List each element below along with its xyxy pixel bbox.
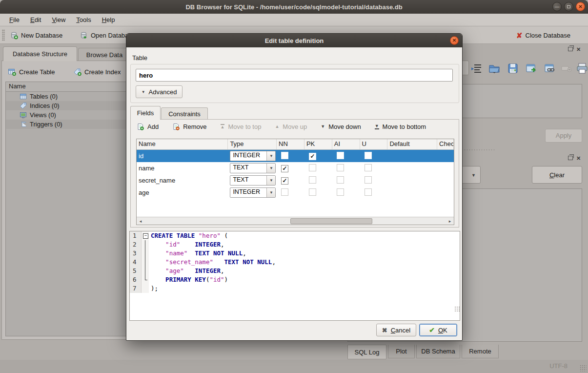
pk-checkbox[interactable]: ✓ [309, 153, 316, 160]
scrollbar-thumb[interactable] [290, 218, 372, 224]
tab-sql-log[interactable]: SQL Log [347, 345, 386, 359]
chevron-down-icon: ▼ [266, 164, 275, 173]
resize-grip[interactable] [580, 365, 587, 372]
create-table-button[interactable]: Create Table [8, 65, 55, 78]
tab-database-structure[interactable]: Database Structure [3, 46, 77, 61]
ai-checkbox[interactable] [337, 176, 344, 184]
field-row-age[interactable]: age INTEGER▼ [137, 186, 454, 199]
link-cell-icon[interactable] [544, 62, 556, 75]
add-field-button[interactable]: Add [137, 123, 159, 130]
maximize-button[interactable] [564, 2, 573, 11]
ai-checkbox[interactable] [337, 188, 344, 196]
fold-marker[interactable] [142, 267, 149, 275]
remove-field-button[interactable]: Remove [172, 123, 206, 130]
tree-item-label: Tables (0) [30, 93, 58, 100]
nn-checkbox[interactable]: ✓ [281, 165, 288, 172]
column-header-name[interactable]: Name [137, 139, 228, 149]
menu-file[interactable]: File [5, 15, 24, 25]
type-dropdown[interactable]: INTEGER▼ [230, 187, 276, 198]
tab-constraints[interactable]: Constraints [161, 107, 208, 120]
nn-checkbox[interactable] [281, 188, 288, 196]
fold-marker[interactable] [142, 249, 149, 258]
fold-marker[interactable] [142, 284, 149, 293]
print-icon[interactable] [576, 62, 588, 75]
field-name[interactable]: id [137, 152, 228, 160]
type-dropdown[interactable]: INTEGER▼ [230, 151, 276, 161]
pk-checkbox[interactable] [309, 164, 316, 171]
clear-log-button[interactable]: Clear [532, 166, 582, 184]
nn-checkbox[interactable]: ✓ [281, 177, 288, 185]
encoding-indicator[interactable]: UTF-8 [549, 362, 568, 370]
menu-tools[interactable]: Tools [72, 15, 95, 25]
u-checkbox[interactable] [365, 164, 372, 171]
sql-preview-editor[interactable]: 1CREATE TABLE "hero" (2 "id" INTEGER,3 "… [129, 231, 460, 321]
pk-checkbox[interactable] [309, 176, 316, 184]
menu-view[interactable]: View [47, 15, 70, 25]
u-checkbox[interactable] [365, 152, 372, 159]
fold-marker[interactable] [142, 240, 149, 249]
cancel-button[interactable]: ✖ Cancel [376, 324, 416, 336]
export-save-icon[interactable] [507, 62, 519, 75]
field-row-id[interactable]: id INTEGER▼ ✓ [137, 150, 454, 162]
fold-marker[interactable] [142, 231, 149, 240]
toolbar-drag-handle[interactable] [2, 29, 5, 41]
type-dropdown[interactable]: TEXT▼ [230, 175, 276, 186]
u-checkbox[interactable] [365, 176, 372, 184]
ok-button[interactable]: ✔ OK [419, 324, 457, 336]
column-header-nn[interactable]: NN [277, 139, 304, 149]
nn-checkbox[interactable] [281, 152, 288, 159]
dialog-titlebar[interactable]: Edit table definition ✕ [126, 34, 462, 47]
field-name[interactable]: age [137, 189, 228, 196]
import-text-icon[interactable] [488, 62, 501, 75]
new-database-button[interactable]: New Database [6, 28, 66, 42]
advanced-button[interactable]: ▼ Advanced [136, 85, 182, 98]
column-header-ai[interactable]: AI [332, 139, 360, 149]
dock-float-icon[interactable] [568, 156, 573, 160]
tab-fields[interactable]: Fields [130, 106, 161, 120]
horizontal-scrollbar[interactable]: ◂ ▸ [137, 217, 454, 225]
type-dropdown[interactable]: TEXT▼ [230, 163, 276, 173]
window-titlebar[interactable]: DB Browser for SQLite - /home/user/code/… [0, 0, 588, 14]
create-index-button[interactable]: Create Index [73, 65, 121, 78]
column-header-check[interactable]: Check [437, 139, 454, 149]
dialog-resize-grip[interactable] [454, 306, 460, 312]
dialog-close-button[interactable]: ✕ [450, 36, 459, 45]
scroll-left-icon[interactable]: ◂ [137, 219, 144, 224]
column-header-pk[interactable]: PK [304, 139, 332, 149]
fold-marker[interactable] [142, 275, 149, 284]
table-name-input[interactable] [136, 69, 453, 82]
column-header-default[interactable]: Default [387, 139, 437, 149]
text-format-icon[interactable] [470, 62, 483, 75]
minimize-button[interactable]: — [552, 2, 562, 11]
tab-db-schema[interactable]: DB Schema [416, 345, 460, 358]
pk-checkbox[interactable] [309, 188, 316, 196]
dock-close-icon[interactable]: ✕ [576, 47, 582, 53]
ai-checkbox[interactable] [337, 164, 344, 171]
scroll-right-icon[interactable]: ▸ [446, 219, 454, 224]
field-row-name[interactable]: name TEXT▼ ✓ [137, 162, 454, 174]
dock-close-icon[interactable]: ✕ [576, 156, 582, 162]
move-up-label: Move up [283, 123, 307, 130]
dock-float-icon[interactable] [568, 47, 573, 51]
fold-marker[interactable] [142, 258, 149, 267]
field-name[interactable]: name [137, 165, 228, 172]
indices-icon [20, 102, 27, 109]
tab-remote[interactable]: Remote [462, 345, 499, 358]
move-to-bottom-button[interactable]: ▼ Move to bottom [375, 123, 426, 130]
field-row-secret-name[interactable]: secret_name TEXT▼ ✓ [137, 174, 454, 186]
column-header-type[interactable]: Type [228, 139, 277, 149]
tab-plot[interactable]: Plot [388, 345, 415, 358]
menu-edit[interactable]: Edit [26, 15, 45, 25]
u-checkbox[interactable] [365, 188, 372, 196]
ai-checkbox[interactable] [337, 152, 344, 159]
move-down-button[interactable]: ▼ Move down [321, 123, 361, 130]
field-name[interactable]: secret_name [137, 177, 228, 184]
menu-help[interactable]: Help [98, 15, 120, 25]
dock-splitter-handle[interactable] [461, 149, 495, 151]
close-database-button[interactable]: ✘ Close Database [512, 28, 574, 42]
apply-cell-icon[interactable] [525, 62, 538, 75]
column-header-u[interactable]: U [360, 139, 388, 149]
chevron-down-icon: ▼ [266, 176, 275, 185]
close-button[interactable]: ✕ [576, 2, 585, 11]
tab-browse-data[interactable]: Browse Data [78, 48, 131, 61]
